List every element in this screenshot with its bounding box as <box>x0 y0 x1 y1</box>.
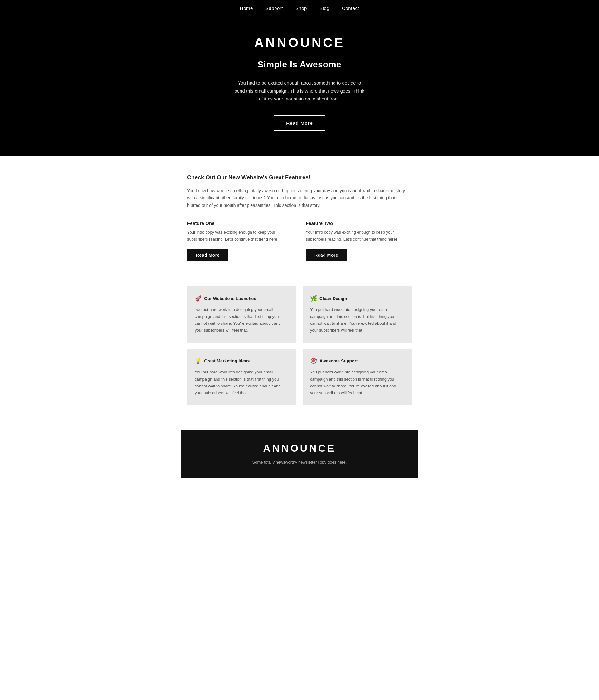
features-section: Check Out Our New Website's Great Featur… <box>181 156 418 280</box>
hero-body: You had to be excited enough about somet… <box>234 79 365 103</box>
leaf-icon: 🌿 <box>310 295 317 302</box>
target-icon: 🎯 <box>310 357 317 364</box>
footer-tagline: Some totally newsworthy newsletter copy … <box>187 459 412 466</box>
card-support-title: 🎯 Awesome Support <box>310 357 404 364</box>
card-support-body: You put hard work into designing your em… <box>310 369 404 396</box>
card-marketing-body: You put hard work into designing your em… <box>195 369 289 396</box>
features-grid: Feature One Your intro copy was exciting… <box>187 221 412 261</box>
card-clean-design-body: You put hard work into designing your em… <box>310 306 404 334</box>
nav-support[interactable]: Support <box>266 6 283 11</box>
hero-logo: ANNOUNCE <box>6 35 593 50</box>
feature-two-body: Your intro copy was exciting enough to k… <box>306 229 412 243</box>
card-support: 🎯 Awesome Support You put hard work into… <box>303 349 412 405</box>
feature-two-col: Feature Two Your intro copy was exciting… <box>306 221 412 261</box>
nav-blog[interactable]: Blog <box>320 6 329 11</box>
hero-heading: Simple Is Awesome <box>6 59 593 70</box>
feature-one-col: Feature One Your intro copy was exciting… <box>187 221 293 261</box>
nav-shop[interactable]: Shop <box>295 6 307 11</box>
nav-home[interactable]: Home <box>240 6 253 11</box>
hero-section: ANNOUNCE Simple Is Awesome You had to be… <box>0 17 599 156</box>
hero-read-more-button[interactable]: Read More <box>274 116 325 131</box>
card-launched-title: 🚀 Our Website is Launched <box>195 295 289 302</box>
rocket-icon: 🚀 <box>195 295 202 302</box>
cards-grid-bottom: 💡 Great Marketing Ideas You put hard wor… <box>187 349 412 405</box>
card-clean-design: 🌿 Clean Design You put hard work into de… <box>303 286 412 343</box>
card-launched-body: You put hard work into designing your em… <box>195 306 289 334</box>
lightbulb-icon: 💡 <box>195 357 202 364</box>
feature-one-title: Feature One <box>187 221 293 226</box>
feature-two-read-more-button[interactable]: Read More <box>306 249 347 261</box>
card-clean-design-title: 🌿 Clean Design <box>310 295 404 302</box>
feature-two-title: Feature Two <box>306 221 412 226</box>
cards-section: 🚀 Our Website is Launched You put hard w… <box>181 280 418 430</box>
cards-grid-top: 🚀 Our Website is Launched You put hard w… <box>187 286 412 343</box>
features-heading: Check Out Our New Website's Great Featur… <box>187 174 412 181</box>
feature-one-read-more-button[interactable]: Read More <box>187 249 228 261</box>
card-marketing-title: 💡 Great Marketing Ideas <box>195 357 289 364</box>
card-marketing: 💡 Great Marketing Ideas You put hard wor… <box>187 349 296 405</box>
card-launched: 🚀 Our Website is Launched You put hard w… <box>187 286 296 343</box>
nav-contact[interactable]: Contact <box>342 6 359 11</box>
footer-logo: ANNOUNCE <box>187 443 412 454</box>
page-footer: ANNOUNCE Some totally newsworthy newslet… <box>181 430 418 478</box>
main-nav: Home Support Shop Blog Contact <box>0 0 599 17</box>
feature-one-body: Your intro copy was exciting enough to k… <box>187 229 293 243</box>
features-intro: You know how when something totally awes… <box>187 187 412 209</box>
